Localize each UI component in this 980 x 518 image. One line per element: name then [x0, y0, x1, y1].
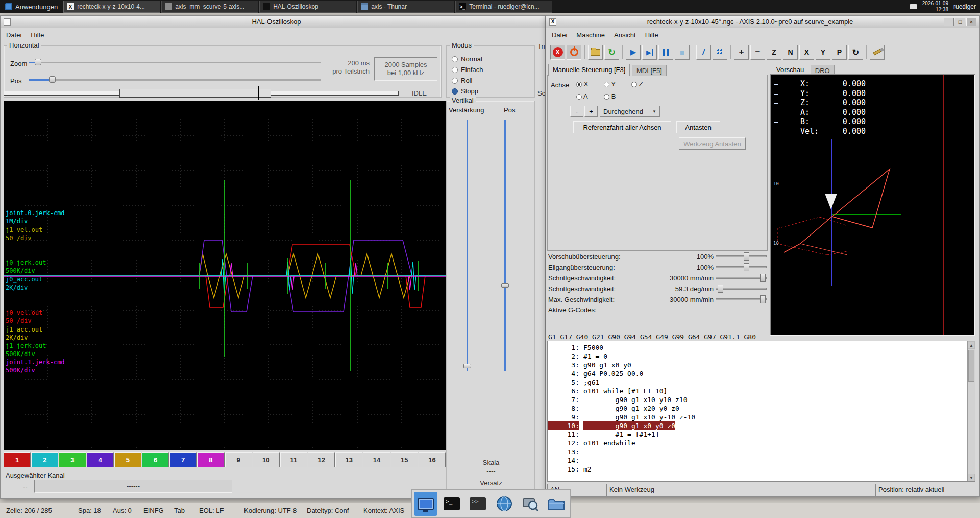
channel-button-4[interactable]: 4 [87, 452, 114, 467]
clock[interactable]: 2026-01-09 12:38 [922, 1, 948, 13]
channel-button-15[interactable]: 15 [391, 452, 418, 467]
mode-roll[interactable]: Roll [452, 77, 472, 84]
hpos-slider-knob[interactable] [49, 76, 56, 83]
gcode-line[interactable]: 11: #1 = [#1+1] [548, 430, 975, 439]
rapid-override-slider[interactable] [716, 263, 767, 271]
channel-button-8[interactable]: 8 [197, 452, 224, 467]
vpos-slider-knob[interactable] [501, 283, 509, 288]
record-window-segment[interactable] [119, 89, 271, 98]
listing-scrollbar[interactable]: ▲ ▼ [967, 341, 975, 481]
axis-radio-y[interactable]: Y [604, 80, 616, 88]
scrollbar-thumb[interactable] [968, 350, 974, 382]
channel-button-3[interactable]: 3 [59, 452, 86, 467]
axis-radio-z[interactable]: Z [631, 80, 643, 88]
menu-maschine[interactable]: Maschine [572, 29, 609, 41]
channel-button-1[interactable]: 1 [4, 452, 31, 467]
taskbar-item-thunar[interactable]: axis - Thunar [357, 1, 454, 13]
gcode-line[interactable]: 2:#1 = 0 [548, 352, 975, 361]
trigger-position-marker[interactable] [258, 86, 259, 100]
tool-touch-off-button[interactable]: Werkzeug Antasten [679, 137, 746, 150]
channel-button-16[interactable]: 16 [419, 452, 446, 467]
close-button[interactable]: × [966, 18, 976, 26]
gcode-line[interactable]: 9: g90 g1 x10 y-10 z-10 [548, 413, 975, 421]
taskbar-item-axis-file[interactable]: X rechteck-x-y-z-10x10-4... [63, 1, 160, 13]
gain-slider[interactable] [467, 120, 468, 371]
jog-minus-button[interactable]: - [570, 106, 583, 117]
gcode-line[interactable]: 5:;g61 [548, 378, 975, 387]
vpos-slider[interactable] [504, 120, 506, 371]
channel-button-14[interactable]: 14 [363, 452, 390, 467]
axis-titlebar[interactable]: X rechteck-x-y-z-10x10-45°.ngc - AXIS 2.… [546, 16, 979, 28]
minimize-button[interactable]: − [944, 18, 954, 26]
preview-3d-area[interactable]: 10 10 X:0.000 Y:0.000 Z:0.000 A:0.000 B:… [770, 74, 975, 336]
gcode-line[interactable]: 1:F5000 [548, 343, 975, 352]
jog-plus-button[interactable]: + [584, 106, 598, 117]
gcode-line[interactable]: 4:g64 P0.025 Q0.0 [548, 369, 975, 378]
channel-button-11[interactable]: 11 [280, 452, 307, 467]
axis-radio-b[interactable]: B [604, 92, 616, 100]
channel-button-5[interactable]: 5 [114, 452, 141, 467]
zoom-in-button[interactable]: + [734, 45, 749, 60]
dock-item-screenshot[interactable] [519, 492, 542, 516]
view-y-button[interactable]: Y [816, 45, 830, 60]
optional-stop-button[interactable] [713, 45, 727, 60]
jog-mode-dropdown[interactable]: Durchgehend ▼ [600, 106, 660, 117]
dock-item-browser[interactable] [493, 492, 516, 516]
menu-datei[interactable]: Datei [2, 29, 26, 41]
skip-lines-button[interactable]: / [696, 45, 711, 60]
gain-slider-knob[interactable] [463, 364, 471, 368]
maximize-button[interactable]: □ [955, 18, 965, 26]
gcode-line[interactable]: 13: [548, 448, 975, 456]
dock-item-terminal[interactable]: >_ [440, 492, 463, 516]
gcode-line[interactable]: 8: g90 g1 x20 y0 z0 [548, 404, 975, 413]
menu-hilfe[interactable]: Hilfe [641, 29, 663, 41]
machine-power-button[interactable] [567, 45, 581, 60]
step-button[interactable]: ▶ [642, 45, 657, 60]
home-all-button[interactable]: Referenzfahrt aller Achsen [573, 121, 671, 133]
view-p-button[interactable]: P [832, 45, 847, 60]
clear-plot-button[interactable] [870, 45, 885, 60]
feed-override-slider[interactable] [716, 252, 767, 261]
channel-button-2[interactable]: 2 [31, 452, 58, 467]
rotate-view-button[interactable]: ↻ [848, 45, 863, 60]
gcode-line-active[interactable]: 10: g90 g1 x0 y0 z0 [548, 421, 975, 430]
max-velocity-slider[interactable] [716, 295, 767, 303]
channel-button-6[interactable]: 6 [142, 452, 169, 467]
user-menu[interactable]: ruediger [953, 3, 976, 10]
dock-item-desktop[interactable] [414, 492, 437, 516]
gcode-listing[interactable]: 1:F5000 2:#1 = 0 3:g90 g1 x0 y0 4:g64 P0… [547, 341, 975, 482]
menu-datei[interactable]: Datei [547, 29, 572, 41]
dock-item-file-manager[interactable] [545, 492, 568, 516]
applications-menu[interactable]: Anwendungen [0, 0, 63, 13]
zoom-slider[interactable] [29, 59, 321, 66]
gcode-line[interactable]: 3:g90 g1 x0 y0 [548, 361, 975, 369]
open-file-button[interactable] [588, 45, 603, 60]
view-x-button[interactable]: X [799, 45, 814, 60]
channel-button-10[interactable]: 10 [253, 452, 280, 467]
menu-hilfe[interactable]: Hilfe [26, 29, 48, 41]
halscope-titlebar[interactable]: HAL-Oszilloskop [1, 16, 545, 28]
scroll-up-icon[interactable]: ▲ [968, 341, 975, 349]
estop-button[interactable]: X [550, 45, 565, 60]
reload-button[interactable]: ↻ [604, 45, 619, 60]
touch-off-button[interactable]: Antasten [676, 121, 720, 133]
taskbar-item-halscope[interactable]: HAL-Oszilloskop [259, 1, 356, 13]
channel-button-9[interactable]: 9 [225, 452, 252, 467]
zoom-out-button[interactable]: − [750, 45, 765, 60]
channel-button-7[interactable]: 7 [169, 452, 197, 467]
taskbar-item-terminal[interactable]: >_ Terminal - ruediger@lcn... [455, 1, 552, 13]
menu-ansicht[interactable]: Ansicht [609, 29, 641, 41]
jog-speed-slider[interactable] [716, 274, 767, 282]
axis-radio-a[interactable]: A [576, 92, 588, 100]
hpos-slider[interactable] [29, 76, 321, 83]
run-button[interactable]: ▶ [626, 45, 641, 60]
gcode-line[interactable]: 7: g90 g1 x10 y10 z10 [548, 395, 975, 404]
axis-radio-x[interactable]: X [576, 80, 588, 88]
gcode-line[interactable]: 15:m2 [548, 465, 975, 474]
taskbar-item-scurve-file[interactable]: axis_mm_scurve-5-axis... [161, 1, 258, 13]
mode-normal[interactable]: Normal [452, 55, 482, 63]
channel-button-12[interactable]: 12 [308, 452, 335, 467]
gcode-line[interactable]: 14: [548, 456, 975, 465]
channel-button-13[interactable]: 13 [335, 452, 362, 467]
dock-item-console[interactable]: >> [466, 492, 489, 516]
